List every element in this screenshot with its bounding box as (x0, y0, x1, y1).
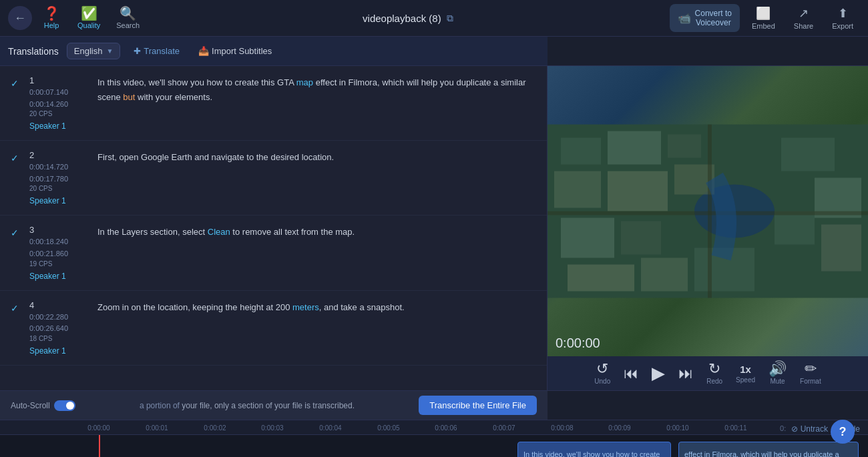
highlight-map: map (296, 77, 313, 87)
timeline-clip-1[interactable]: In this video, we'll show you how to cre… (517, 442, 671, 457)
subtitle-num-4: 4 (29, 300, 89, 310)
quality-icon: ✅ (81, 7, 97, 20)
toolbar: ← ❓ Help ✅ Quality 🔍 Search videoplaybac… (0, 0, 868, 37)
svg-rect-3 (608, 131, 661, 165)
redo-control[interactable]: ↻ Redo (706, 362, 722, 385)
svg-rect-8 (781, 138, 835, 171)
subtitle-time-end-3: 0:00:21.860 (29, 248, 89, 260)
format-label: Format (800, 378, 821, 385)
subtitle-header: Translations English ▼ ✚ Translate 📥 Imp… (0, 37, 548, 66)
translate-plus-icon: ✚ (134, 46, 141, 56)
subtitle-meta-3: 3 0:00:18.240 0:00:21.860 19 CPS Speaker… (29, 225, 89, 280)
video-thumbnail (548, 66, 868, 356)
share-icon: ↗ (799, 6, 809, 21)
table-row: ✓ 3 0:00:18.240 0:00:21.860 19 CPS Speak… (0, 215, 547, 290)
rewind-control[interactable]: ⏮ (624, 366, 638, 381)
language-select[interactable]: English ▼ (67, 43, 121, 59)
auto-scroll-label: Auto-Scroll (11, 401, 50, 410)
highlight-clean: Clean (208, 227, 230, 237)
fast-forward-control[interactable]: ⏭ (678, 366, 693, 381)
format-control[interactable]: ✏ Format (800, 362, 821, 385)
undo-control[interactable]: ↺ Undo (594, 362, 610, 385)
redo-label: Redo (706, 378, 722, 385)
svg-rect-2 (561, 138, 601, 165)
subtitle-speaker-2[interactable]: Speaker 1 (29, 196, 89, 205)
transcribe-entire-button[interactable]: Transcribe the Entire File (419, 396, 537, 415)
subtitle-time-end-2: 0:00:17.780 (29, 173, 89, 185)
subtitle-text-4[interactable]: Zoom in on the location, keeping the hei… (97, 300, 536, 315)
page-title: videoplayback (8) (363, 13, 441, 24)
export-icon: ⬆ (838, 6, 848, 21)
timeline[interactable]: 0:00:00 0:00:01 0:00:02 0:00:03 0:00:04 … (0, 420, 868, 457)
table-row: ✓ 2 0:00:14.720 0:00:17.780 20 CPS Speak… (0, 141, 547, 215)
timeline-clip-2[interactable]: effect in Filmora, which will help you d… (678, 442, 859, 457)
help-circle-button[interactable]: ? (831, 420, 855, 444)
import-subtitles-button[interactable]: 📥 Import Subtitles (193, 43, 277, 59)
subtitle-speaker-4[interactable]: Speaker 1 (29, 346, 89, 356)
ruler-mark-11: 0:00:11 (724, 424, 746, 432)
export-label: Export (832, 22, 853, 30)
timeline-playhead[interactable] (99, 435, 100, 457)
mute-control[interactable]: 🔊 Mute (769, 362, 787, 385)
convert-voiceover-button[interactable]: 📹 Convert toVoiceover (670, 4, 740, 32)
speed-label: Speed (736, 376, 755, 384)
translate-button[interactable]: ✚ Translate (128, 43, 185, 59)
subtitle-speaker-3[interactable]: Speaker 1 (29, 272, 89, 281)
ruler-mark-7: 0:00:07 (493, 424, 515, 432)
ruler-mark-9: 0:00:09 (608, 424, 630, 432)
notification-center: a portion of your file, only a section o… (75, 401, 419, 410)
check-icon-2: ✓ (11, 153, 21, 163)
rewind-icon[interactable]: ⏮ (624, 366, 638, 381)
subtitle-panel[interactable]: ✓ 1 0:00:07.140 0:00:14.260 20 CPS Speak… (0, 66, 548, 390)
subtitle-time-start-3: 0:00:18.240 (29, 236, 89, 248)
subtitle-text-1[interactable]: In this video, we'll show you how to cre… (97, 75, 536, 105)
untrack-button[interactable]: ⊘ Untrack (791, 424, 828, 434)
subtitle-num-2: 2 (29, 150, 89, 160)
export-button[interactable]: ⬆ Export (825, 3, 860, 33)
ruler-mark-3: 0:00:03 (261, 424, 283, 432)
subtitle-cps-4: 18 CPS (29, 335, 89, 342)
speed-control[interactable]: 1x Speed (736, 364, 755, 384)
search-button[interactable]: 🔍 Search (110, 3, 146, 33)
ruler-mark-8: 0:00:08 (551, 424, 573, 432)
timeline-track[interactable]: In this video, we'll show you how to cre… (0, 435, 868, 457)
back-button[interactable]: ← (8, 6, 32, 30)
convert-label: Convert toVoiceover (695, 9, 732, 27)
play-icon[interactable]: ▶ (652, 363, 665, 384)
play-control[interactable]: ▶ (652, 363, 665, 384)
mute-icon[interactable]: 🔊 (769, 362, 787, 376)
undo-icon[interactable]: ↺ (596, 362, 608, 376)
main-content: ✓ 1 0:00:07.140 0:00:14.260 20 CPS Speak… (0, 66, 868, 390)
redo-icon[interactable]: ↻ (708, 362, 720, 376)
share-button[interactable]: ↗ Share (787, 3, 820, 33)
svg-rect-4 (668, 135, 701, 158)
toolbar-left: ← ❓ Help ✅ Quality 🔍 Search (8, 3, 146, 33)
video-timestamp: 0:00:00 (556, 336, 600, 351)
highlight-but: but (123, 92, 135, 102)
table-row: ✓ 4 0:00:22.280 0:00:26.640 18 CPS Speak… (0, 291, 547, 366)
embed-button[interactable]: ⬜ Embed (745, 3, 782, 33)
timeline-clip-text-1: In this video, we'll show you how to cre… (523, 450, 665, 457)
subtitle-meta-1: 1 0:00:07.140 0:00:14.260 20 CPS Speaker… (29, 75, 89, 131)
subtitle-text-3[interactable]: In the Layers section, select Clean to r… (97, 225, 536, 240)
subtitle-num-1: 1 (29, 75, 89, 85)
subtitle-cps-1: 20 CPS (29, 110, 89, 117)
auto-scroll-toggle-switch[interactable] (54, 400, 75, 411)
help-button[interactable]: ❓ Help (35, 3, 68, 33)
speed-value[interactable]: 1x (740, 364, 751, 375)
quality-button[interactable]: ✅ Quality (71, 3, 107, 33)
svg-rect-10 (775, 211, 815, 245)
translations-label: Translations (8, 46, 59, 57)
svg-rect-15 (641, 258, 688, 292)
auto-scroll-toggle: Auto-Scroll (11, 400, 75, 411)
svg-rect-14 (568, 265, 634, 292)
timeline-position: 0: (780, 424, 786, 434)
ruler-mark-1: 0:00:01 (146, 424, 168, 432)
notification-bar: Auto-Scroll a portion of your file, only… (0, 390, 548, 420)
ruler-mark-0: 0:00:00 (87, 424, 110, 432)
subtitle-speaker-1[interactable]: Speaker 1 (29, 121, 89, 131)
subtitle-text-2[interactable]: First, open Google Earth and navigate to… (97, 150, 536, 165)
format-icon[interactable]: ✏ (805, 362, 817, 376)
fast-forward-icon[interactable]: ⏭ (678, 366, 693, 381)
external-link-icon[interactable]: ⧉ (447, 13, 453, 24)
